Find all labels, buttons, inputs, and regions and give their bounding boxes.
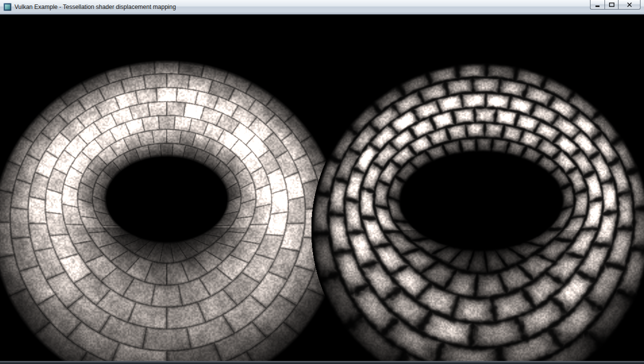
viewport-canvas[interactable] (0, 14, 644, 361)
window-controls (590, 0, 640, 10)
window-title: Vulkan Example - Tessellation shader dis… (14, 4, 176, 10)
window-bottom-border (0, 361, 644, 364)
close-icon (627, 2, 632, 7)
app-icon[interactable] (4, 3, 12, 11)
maximize-icon (609, 2, 614, 7)
app-window: Vulkan Example - Tessellation shader dis… (0, 0, 644, 364)
titlebar[interactable]: Vulkan Example - Tessellation shader dis… (0, 0, 644, 14)
close-button[interactable] (618, 0, 640, 10)
minimize-icon (595, 2, 600, 7)
minimize-button[interactable] (590, 0, 604, 10)
maximize-button[interactable] (604, 0, 618, 10)
